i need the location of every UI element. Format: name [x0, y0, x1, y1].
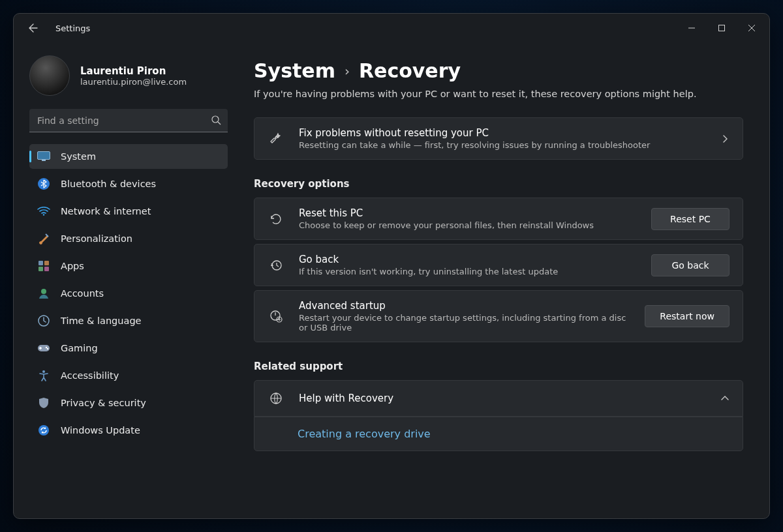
avatar [29, 55, 70, 96]
back-button[interactable] [23, 18, 44, 38]
sidebar-item-label: Apps [61, 261, 84, 271]
sidebar: Laurentiu Piron laurentiu.piron@live.com… [14, 42, 236, 518]
help-recovery-card[interactable]: Help with Recovery [254, 380, 743, 417]
clock-globe-icon [37, 314, 50, 327]
titlebar: Settings [14, 14, 769, 42]
nav: System Bluetooth & devices Network & int… [29, 144, 228, 443]
svg-point-7 [43, 214, 44, 215]
settings-window: Settings Laurentiu Piron laurentiu.piron… [13, 13, 770, 519]
card-title: Advanced startup [299, 300, 630, 312]
sidebar-item-privacy[interactable]: Privacy & security [29, 391, 228, 415]
svg-rect-10 [38, 267, 43, 271]
wrench-icon [268, 130, 284, 147]
sidebar-item-bluetooth[interactable]: Bluetooth & devices [29, 171, 228, 196]
sidebar-item-system[interactable]: System [29, 144, 228, 169]
window-title: Settings [55, 23, 90, 33]
svg-line-3 [218, 122, 221, 125]
card-title: Help with Recovery [299, 392, 706, 404]
sidebar-item-label: Bluetooth & devices [61, 179, 156, 189]
main-content[interactable]: System › Recovery If you're having probl… [236, 42, 769, 518]
paintbrush-icon [37, 232, 50, 245]
card-desc: Restart your device to change startup se… [299, 313, 630, 332]
svg-point-15 [46, 347, 47, 348]
maximize-button[interactable] [707, 14, 737, 42]
search-row [29, 109, 228, 132]
sidebar-item-label: Personalization [61, 233, 132, 244]
chevron-up-icon [720, 394, 729, 403]
card-title: Reset this PC [299, 207, 637, 219]
card-desc: If this version isn't working, try unins… [299, 267, 637, 276]
page-subtitle: If you're having problems with your PC o… [254, 89, 743, 99]
reset-icon [268, 211, 284, 228]
reset-pc-button[interactable]: Reset PC [651, 208, 729, 230]
go-back-button[interactable]: Go back [651, 254, 729, 276]
apps-icon [37, 259, 50, 273]
recovery-drive-link[interactable]: Creating a recovery drive [298, 428, 431, 440]
svg-point-2 [212, 116, 219, 123]
advanced-startup-card: Advanced startup Restart your device to … [254, 290, 743, 342]
close-button[interactable] [737, 14, 767, 42]
svg-point-12 [41, 289, 46, 294]
section-recovery-options: Recovery options [254, 178, 743, 190]
fix-problems-card[interactable]: Fix problems without resetting your PC R… [254, 117, 743, 160]
section-related-support: Related support [254, 361, 743, 372]
breadcrumb-root[interactable]: System [254, 59, 335, 82]
sidebar-item-time-language[interactable]: Time & language [29, 308, 228, 333]
svg-point-18 [38, 425, 49, 436]
power-gear-icon [268, 308, 284, 325]
sidebar-item-label: Gaming [61, 343, 98, 353]
user-name: Laurentiu Piron [80, 65, 187, 77]
arrow-left-icon [28, 23, 38, 33]
card-title: Fix problems without resetting your PC [299, 127, 706, 139]
sidebar-item-label: Windows Update [61, 425, 140, 436]
sidebar-item-label: Network & internet [61, 206, 151, 216]
person-icon [37, 287, 50, 300]
sidebar-item-label: Accessibility [61, 370, 119, 381]
svg-rect-9 [44, 261, 49, 265]
sidebar-item-network[interactable]: Network & internet [29, 199, 228, 224]
accessibility-icon [37, 369, 50, 382]
svg-rect-8 [38, 261, 43, 265]
gamepad-icon [37, 342, 50, 355]
svg-point-16 [47, 348, 48, 349]
shield-icon [37, 396, 50, 409]
breadcrumb: System › Recovery [254, 59, 743, 82]
history-icon [268, 257, 284, 274]
reset-pc-card: Reset this PC Choose to keep or remove y… [254, 198, 743, 240]
bluetooth-icon [37, 177, 50, 190]
refresh-icon [37, 424, 50, 437]
sidebar-item-label: System [61, 151, 96, 162]
svg-rect-5 [42, 160, 46, 161]
search-icon [211, 115, 221, 125]
search-input[interactable] [29, 109, 228, 132]
globe-help-icon [268, 390, 284, 407]
breadcrumb-current: Recovery [359, 59, 461, 82]
help-recovery-sub: Creating a recovery drive [254, 417, 743, 451]
svg-point-17 [42, 370, 45, 373]
svg-rect-4 [38, 152, 50, 160]
card-desc: Resetting can take a while — first, try … [299, 140, 706, 150]
sidebar-item-accessibility[interactable]: Accessibility [29, 363, 228, 388]
user-profile[interactable]: Laurentiu Piron laurentiu.piron@live.com [29, 55, 228, 96]
sidebar-item-accounts[interactable]: Accounts [29, 281, 228, 306]
sidebar-item-apps[interactable]: Apps [29, 254, 228, 278]
user-email: laurentiu.piron@live.com [80, 77, 187, 87]
card-desc: Choose to keep or remove your personal f… [299, 220, 637, 230]
sidebar-item-gaming[interactable]: Gaming [29, 336, 228, 361]
display-icon [37, 150, 50, 163]
svg-rect-1 [719, 25, 725, 31]
wifi-icon [37, 205, 50, 218]
sidebar-item-label: Time & language [61, 316, 142, 326]
sidebar-item-personalization[interactable]: Personalization [29, 226, 228, 251]
chevron-right-icon [720, 134, 729, 143]
chevron-right-icon: › [345, 63, 350, 79]
sidebar-item-label: Privacy & security [61, 398, 146, 408]
minimize-button[interactable] [677, 14, 707, 42]
sidebar-item-windows-update[interactable]: Windows Update [29, 418, 228, 443]
svg-rect-11 [44, 267, 49, 271]
go-back-card: Go back If this version isn't working, t… [254, 244, 743, 286]
card-title: Go back [299, 254, 637, 265]
restart-now-button[interactable]: Restart now [645, 305, 729, 327]
sidebar-item-label: Accounts [61, 288, 104, 299]
